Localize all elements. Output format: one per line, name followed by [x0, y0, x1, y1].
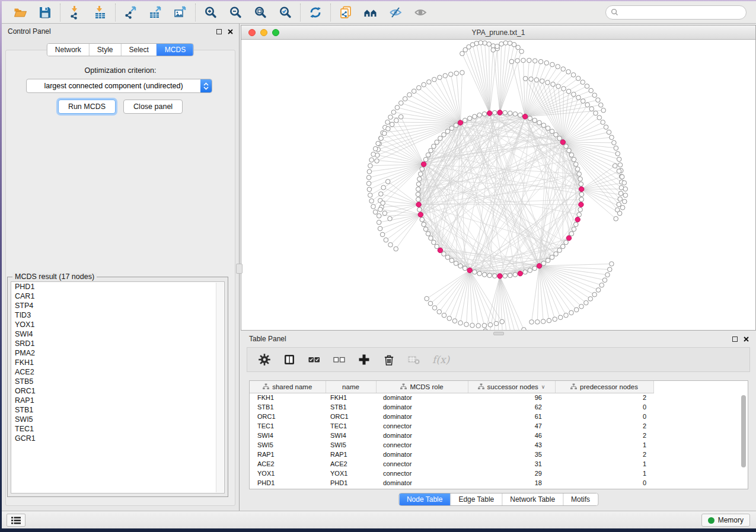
table-cell: SWI5 — [250, 440, 326, 450]
hide-selected-icon[interactable] — [388, 5, 403, 20]
delete-column-icon[interactable] — [382, 353, 395, 366]
table-cell: 35 — [468, 450, 555, 459]
result-item[interactable]: ACE2 — [11, 367, 224, 377]
select-all-icon[interactable] — [308, 353, 321, 366]
table-row[interactable]: SWI5SWI5connector431 — [250, 440, 653, 450]
table-cell: connector — [376, 440, 468, 450]
table-cell: 0 — [555, 412, 653, 421]
mcds-result-list[interactable]: PHD1CAR1STP4TID3YOX1SWI4SRD1PMA2FKH1ACE2… — [11, 281, 225, 493]
table-cell: 18 — [468, 478, 555, 488]
open-folder-icon[interactable] — [12, 5, 28, 20]
minimize-window-icon[interactable] — [260, 29, 267, 36]
show-columns-icon[interactable] — [283, 353, 296, 366]
tab-mcds[interactable]: MCDS — [157, 44, 193, 56]
new-column-icon[interactable] — [358, 353, 371, 366]
export-image-icon[interactable] — [173, 5, 188, 20]
node-table[interactable]: shared namenameMCDS rolesuccessor nodes∨… — [249, 380, 748, 489]
column-header-predecessor-nodes[interactable]: predecessor nodes — [555, 381, 653, 393]
table-cell: SWI5 — [326, 440, 376, 450]
save-icon[interactable] — [37, 5, 53, 20]
result-item[interactable]: STB1 — [11, 405, 224, 415]
table-row[interactable]: FKH1FKH1dominator962 — [250, 393, 653, 402]
table-row[interactable]: RAP1RAP1dominator352 — [250, 450, 653, 459]
result-item[interactable]: CAR1 — [11, 291, 224, 301]
result-item[interactable]: TID3 — [11, 310, 224, 320]
tab-select[interactable]: Select — [121, 44, 157, 56]
mcds-result-items: PHD1CAR1STP4TID3YOX1SWI4SRD1PMA2FKH1ACE2… — [11, 282, 224, 443]
run-mcds-button[interactable]: Run MCDS — [58, 100, 116, 114]
table-cell: 31 — [468, 459, 555, 469]
zoom-fit-icon[interactable] — [253, 5, 268, 20]
show-all-icon[interactable] — [413, 5, 428, 20]
criterion-value: largest connected component (undirected) — [27, 82, 200, 90]
deselect-all-icon[interactable] — [333, 353, 346, 366]
import-network-icon[interactable] — [68, 5, 83, 20]
column-header-MCDS-role[interactable]: MCDS role — [376, 381, 468, 393]
copy-network-icon[interactable] — [338, 5, 353, 20]
result-item[interactable]: STB5 — [11, 377, 224, 386]
first-neighbors-icon[interactable] — [363, 5, 378, 20]
table-row[interactable]: ORC1ORC1dominator610 — [250, 412, 653, 421]
zoom-out-icon[interactable] — [228, 5, 243, 20]
table-cell: PHD1 — [250, 478, 326, 488]
result-item[interactable]: TEC1 — [11, 424, 224, 434]
table-cell: connector — [376, 469, 468, 478]
search-field[interactable] — [605, 5, 747, 20]
float-panel-icon[interactable] — [216, 29, 222, 34]
result-item[interactable]: FKH1 — [11, 358, 224, 367]
table-row[interactable]: PHD1PHD1dominator180 — [250, 478, 653, 488]
tab-network[interactable]: Network — [47, 44, 89, 56]
table-row[interactable]: STB1STB1dominator620 — [250, 402, 653, 412]
column-header-name[interactable]: name — [326, 381, 376, 393]
column-header-shared-name[interactable]: shared name — [250, 381, 326, 393]
criterion-dropdown[interactable]: largest connected component (undirected) — [26, 79, 212, 93]
maximize-window-icon[interactable] — [272, 29, 279, 36]
float-table-panel-icon[interactable] — [732, 336, 738, 342]
export-table-icon[interactable] — [148, 5, 163, 20]
tab-motifs[interactable]: Motifs — [563, 493, 598, 505]
network-canvas[interactable] — [241, 40, 755, 330]
tab-style[interactable]: Style — [89, 44, 121, 56]
network-graph[interactable] — [241, 40, 756, 330]
result-item[interactable]: SWI4 — [11, 329, 224, 339]
task-history-button[interactable] — [7, 514, 25, 527]
close-panel-icon[interactable] — [228, 29, 233, 34]
table-row[interactable]: TEC1TEC1connector472 — [250, 421, 653, 431]
result-item[interactable]: STP4 — [11, 301, 224, 310]
control-panel-title: Control Panel — [8, 27, 216, 36]
close-panel-button[interactable]: Close panel — [123, 100, 183, 114]
result-item[interactable]: RAP1 — [11, 396, 224, 405]
memory-button[interactable]: Memory — [701, 514, 750, 527]
tab-network-table[interactable]: Network Table — [502, 493, 563, 505]
table-cell: ORC1 — [250, 412, 326, 421]
export-network-icon[interactable] — [123, 5, 138, 20]
table-cell: 29 — [468, 469, 555, 478]
zoom-in-icon[interactable] — [203, 5, 218, 20]
splitter-handle[interactable] — [236, 264, 243, 274]
result-item[interactable]: PMA2 — [11, 348, 224, 358]
zoom-selected-icon[interactable] — [277, 5, 293, 20]
column-header-successor-nodes[interactable]: successor nodes∨ — [468, 381, 555, 393]
close-table-panel-icon[interactable] — [744, 336, 749, 342]
result-item[interactable]: SRD1 — [11, 339, 224, 348]
close-window-icon[interactable] — [248, 29, 256, 36]
table-row[interactable]: SWI4SWI4dominator462 — [250, 431, 653, 440]
result-item[interactable]: SWI5 — [11, 415, 224, 424]
result-item[interactable]: GCR1 — [11, 434, 224, 443]
tab-node-table[interactable]: Node Table — [399, 493, 451, 505]
result-item[interactable]: YOX1 — [11, 320, 224, 329]
tab-edge-table[interactable]: Edge Table — [450, 493, 502, 505]
import-table-icon[interactable] — [92, 5, 108, 20]
table-row[interactable]: YOX1YOX1connector291 — [250, 469, 653, 478]
table-scrollbar-thumb[interactable] — [741, 395, 746, 467]
table-row[interactable]: ACE2ACE2connector311 — [250, 459, 653, 469]
result-scrollbar[interactable] — [216, 283, 224, 492]
result-item[interactable]: PHD1 — [11, 282, 224, 291]
table-cell: 46 — [468, 431, 555, 440]
gear-icon[interactable] — [258, 353, 271, 366]
desktop: Control Panel NetworkStyleSelectMCDS Opt… — [0, 0, 756, 532]
search-input[interactable] — [622, 8, 741, 17]
result-item[interactable]: ORC1 — [11, 386, 224, 396]
refresh-icon[interactable] — [308, 5, 323, 20]
network-titlebar[interactable]: YPA_prune.txt_1 — [241, 25, 755, 40]
